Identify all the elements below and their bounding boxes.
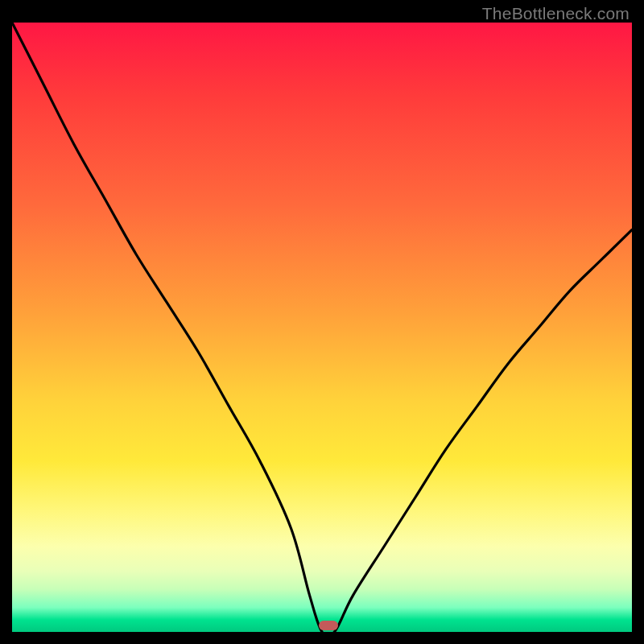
chart-frame — [12, 23, 632, 632]
plot-area — [12, 23, 632, 632]
bottleneck-curve — [12, 23, 632, 632]
optimum-marker — [319, 621, 338, 630]
watermark-text: TheBottleneck.com — [482, 4, 630, 23]
